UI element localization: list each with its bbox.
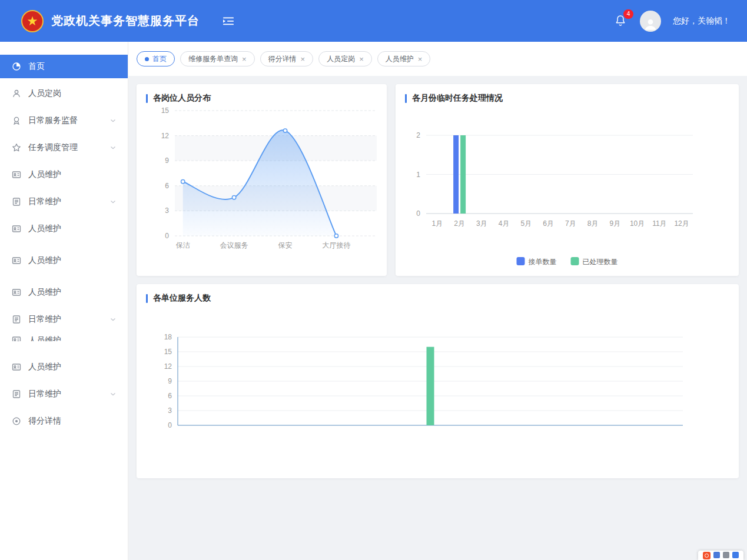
title-accent-bar bbox=[405, 94, 407, 103]
svg-text:15: 15 bbox=[161, 106, 170, 115]
sidebar-item-label: 日常维护 bbox=[28, 196, 61, 207]
svg-text:12月: 12月 bbox=[674, 219, 689, 228]
content: 各岗位人员分布 03691215保洁会议服务保安大厅接待 各月份临时任务处理情况… bbox=[128, 76, 747, 560]
svg-text:6: 6 bbox=[165, 182, 169, 190]
toolbar-icon[interactable] bbox=[723, 552, 729, 558]
main-area: 首页维修服务单查询×得分详情×人员定岗×人员维护× 各岗位人员分布 036912… bbox=[128, 42, 747, 560]
tab-0[interactable]: 首页 bbox=[137, 51, 175, 66]
svg-text:8月: 8月 bbox=[587, 219, 599, 228]
svg-text:0: 0 bbox=[168, 421, 172, 429]
close-icon[interactable]: × bbox=[418, 55, 423, 64]
tab-3[interactable]: 人员定岗× bbox=[318, 51, 372, 66]
tab-label: 人员定岗 bbox=[327, 54, 355, 64]
close-icon[interactable]: × bbox=[359, 55, 364, 64]
card-monthly-tasks: 各月份临时任务处理情况 0121月2月3月4月5月6月7月8月9月10月11月1… bbox=[396, 84, 739, 276]
screenshot-tool-icon[interactable] bbox=[703, 552, 711, 559]
close-icon[interactable]: × bbox=[242, 55, 247, 64]
chart-monthly-tasks: 0121月2月3月4月5月6月7月8月9月10月11月12月接单数量已处理数量 bbox=[396, 106, 739, 272]
svg-text:1月: 1月 bbox=[432, 219, 443, 228]
national-emblem-logo bbox=[21, 10, 44, 32]
app-title: 党政机关事务智慧服务平台 bbox=[51, 13, 200, 29]
sidebar-item-10[interactable]: 人员维护 bbox=[0, 335, 128, 341]
sidebar-item-0[interactable]: 首页 bbox=[0, 55, 128, 78]
sidebar-item-label: 首页 bbox=[28, 61, 45, 72]
sidebar-item-12[interactable]: 日常维护 bbox=[0, 382, 128, 406]
chevron-down-icon bbox=[109, 144, 117, 152]
avatar[interactable] bbox=[640, 11, 661, 32]
svg-text:0: 0 bbox=[165, 232, 169, 240]
card-title-text: 各岗位人员分布 bbox=[153, 93, 211, 104]
sidebar-item-label: 人员维护 bbox=[28, 169, 61, 180]
toolbar-icon[interactable] bbox=[713, 552, 720, 558]
sidebar-item-4[interactable]: 人员维护 bbox=[0, 163, 128, 186]
idcard-icon bbox=[12, 224, 21, 234]
sidebar-item-7[interactable]: 人员维护 bbox=[0, 249, 128, 272]
top-cards-row: 各岗位人员分布 03691215保洁会议服务保安大厅接待 各月份临时任务处理情况… bbox=[137, 84, 739, 276]
sidebar-item-label: 人员维护 bbox=[28, 287, 61, 298]
chart-position-distribution: 03691215保洁会议服务保安大厅接待 bbox=[137, 106, 387, 272]
sidebar-item-label: 得分详情 bbox=[28, 416, 61, 426]
sidebar-item-label: 人员维护 bbox=[28, 224, 61, 234]
chevron-down-icon bbox=[109, 390, 117, 398]
svg-text:9: 9 bbox=[168, 377, 172, 385]
notification-bell-icon[interactable]: 4 bbox=[614, 14, 628, 29]
medal-icon bbox=[12, 116, 21, 125]
svg-text:保安: 保安 bbox=[278, 241, 293, 249]
svg-text:保洁: 保洁 bbox=[176, 241, 190, 249]
sidebar-item-6[interactable]: 人员维护 bbox=[0, 217, 128, 241]
svg-text:0: 0 bbox=[416, 209, 420, 218]
tab-2[interactable]: 得分详情× bbox=[260, 51, 314, 66]
idcard-icon bbox=[12, 288, 21, 297]
card-position-distribution: 各岗位人员分布 03691215保洁会议服务保安大厅接待 bbox=[137, 84, 387, 276]
svg-text:4月: 4月 bbox=[499, 219, 510, 228]
card-title: 各岗位人员分布 bbox=[137, 84, 387, 106]
sidebar-item-label: 任务调度管理 bbox=[28, 142, 78, 153]
tab-label: 维修服务单查询 bbox=[188, 54, 238, 64]
svg-text:3: 3 bbox=[165, 206, 169, 215]
tab-label: 首页 bbox=[152, 54, 167, 64]
sidebar-item-9[interactable]: 日常维护 bbox=[0, 308, 128, 331]
svg-text:大厅接待: 大厅接待 bbox=[322, 241, 350, 249]
sidebar-collapse-icon[interactable] bbox=[222, 15, 235, 28]
close-icon[interactable]: × bbox=[301, 55, 306, 64]
svg-text:2: 2 bbox=[416, 131, 420, 139]
tabs-bar: 首页维修服务单查询×得分详情×人员定岗×人员维护× bbox=[128, 42, 747, 76]
card-title-text: 各月份临时任务处理情况 bbox=[412, 93, 503, 104]
svg-text:12: 12 bbox=[164, 362, 172, 371]
svg-text:12: 12 bbox=[161, 132, 170, 140]
user-icon bbox=[12, 89, 21, 98]
idcard-icon bbox=[12, 256, 21, 265]
sidebar-item-label: 人员维护 bbox=[28, 255, 61, 266]
list-icon bbox=[12, 315, 21, 324]
sidebar-item-1[interactable]: 人员定岗 bbox=[0, 82, 128, 105]
user-greeting: 您好，关翰韬！ bbox=[673, 16, 731, 26]
chevron-down-icon bbox=[109, 116, 117, 125]
active-tab-dot bbox=[145, 57, 149, 61]
toolbar-icon[interactable] bbox=[732, 552, 739, 558]
sidebar-item-13[interactable]: 得分详情 bbox=[0, 409, 128, 433]
tab-4[interactable]: 人员维护× bbox=[377, 51, 431, 66]
dashboard-icon bbox=[12, 62, 21, 71]
card-title: 各月份临时任务处理情况 bbox=[396, 84, 739, 106]
floating-toolbar[interactable] bbox=[698, 551, 743, 560]
sidebar-item-label: 日常维护 bbox=[28, 389, 61, 399]
sidebar-item-2[interactable]: 日常服务监督 bbox=[0, 109, 128, 132]
card-title-text: 各单位服务人数 bbox=[153, 293, 211, 304]
svg-text:3月: 3月 bbox=[476, 219, 487, 228]
svg-text:15: 15 bbox=[164, 348, 172, 356]
idcard-icon bbox=[12, 170, 21, 179]
tab-1[interactable]: 维修服务单查询× bbox=[180, 51, 255, 66]
app-header: 党政机关事务智慧服务平台 4 您好，关翰韬！ bbox=[0, 0, 747, 42]
sidebar-item-11[interactable]: 人员维护 bbox=[0, 355, 128, 379]
svg-text:9月: 9月 bbox=[610, 219, 621, 228]
title-accent-bar bbox=[146, 94, 148, 103]
sidebar-item-3[interactable]: 任务调度管理 bbox=[0, 136, 128, 159]
svg-text:已处理数量: 已处理数量 bbox=[583, 258, 618, 266]
svg-text:18: 18 bbox=[164, 333, 172, 341]
sidebar-item-8[interactable]: 人员维护 bbox=[0, 281, 128, 304]
sidebar-item-5[interactable]: 日常维护 bbox=[0, 190, 128, 214]
list-icon bbox=[12, 389, 21, 399]
sidebar: 首页人员定岗日常服务监督任务调度管理人员维护日常维护人员维护人员维护人员维护日常… bbox=[0, 42, 128, 560]
sidebar-menu: 首页人员定岗日常服务监督任务调度管理人员维护日常维护人员维护人员维护人员维护日常… bbox=[0, 55, 128, 433]
star-icon bbox=[12, 143, 21, 152]
